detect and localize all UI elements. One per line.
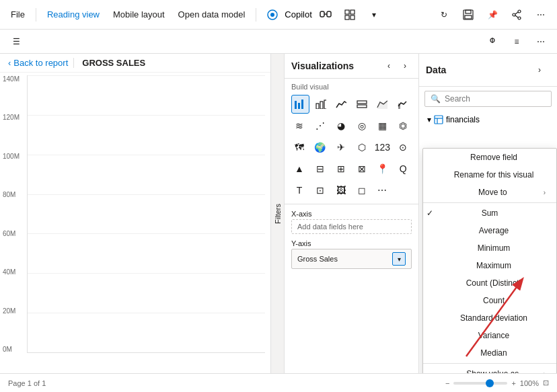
svg-line-16 bbox=[515, 15, 518, 17]
pin2-btn[interactable] bbox=[482, 31, 503, 52]
minimum-item[interactable]: Minimum bbox=[423, 239, 556, 257]
scatter-icon-btn[interactable]: ⋰ bbox=[311, 116, 330, 135]
ellipsis-btn[interactable]: ⋯ bbox=[530, 31, 552, 52]
back-button[interactable]: ‹ Back to report bbox=[8, 58, 68, 68]
open-data-model-menu[interactable]: Open data model bbox=[173, 7, 251, 22]
line-chart-icon-btn[interactable] bbox=[332, 95, 350, 114]
back-arrow-icon: ‹ bbox=[8, 58, 11, 68]
plus-btn[interactable]: + bbox=[511, 379, 515, 387]
svg-point-13 bbox=[518, 17, 521, 19]
variance-item[interactable]: Variance bbox=[423, 327, 556, 344]
textbox-icon-btn[interactable]: T bbox=[290, 181, 309, 200]
y-axis-labels: 140M 120M 100M 80M 60M 40M 20M 0M bbox=[0, 73, 27, 353]
svg-rect-6 bbox=[350, 10, 355, 14]
remove-field-item[interactable]: Remove field bbox=[423, 149, 556, 166]
grid-btn[interactable] bbox=[339, 4, 361, 26]
image-icon-btn[interactable]: 🖼 bbox=[332, 181, 350, 200]
search-box[interactable]: 🔍 bbox=[424, 91, 552, 107]
treemap-icon-btn[interactable]: ▦ bbox=[373, 116, 392, 135]
binoculars-btn[interactable] bbox=[315, 4, 336, 26]
viz-type-row-1 bbox=[285, 93, 418, 115]
viz-expand-right-btn[interactable]: › bbox=[398, 59, 412, 73]
count-distinct-item[interactable]: Count (Distinct) bbox=[423, 274, 556, 292]
matrix-icon-btn[interactable]: ⊠ bbox=[352, 159, 371, 178]
count-item[interactable]: Count bbox=[423, 292, 556, 309]
number-icon-btn[interactable]: 123 bbox=[373, 138, 392, 157]
svg-point-1 bbox=[270, 13, 274, 17]
y-axis-field[interactable]: Gross Sales ▾ bbox=[291, 249, 412, 269]
svg-rect-24 bbox=[320, 102, 323, 109]
viz-expand-left-btn[interactable]: ‹ bbox=[382, 59, 396, 73]
refresh-btn[interactable]: ↻ bbox=[433, 4, 455, 26]
shape-icon-btn[interactable]: ✈ bbox=[332, 138, 350, 157]
data-tree-item-financials[interactable]: ▾ financials bbox=[424, 114, 552, 126]
button-icon-btn[interactable]: ⊡ bbox=[311, 181, 330, 200]
chevron-down-btn[interactable]: ▾ bbox=[363, 4, 385, 26]
minus-btn[interactable]: − bbox=[445, 379, 449, 387]
combo-chart-icon-btn[interactable] bbox=[394, 95, 412, 114]
svg-rect-20 bbox=[298, 103, 300, 109]
share-btn[interactable] bbox=[506, 4, 527, 26]
gauge-icon-btn[interactable]: ⊙ bbox=[394, 138, 412, 157]
stddev-item[interactable]: Standard deviation bbox=[423, 309, 556, 327]
pin-btn[interactable]: 📌 bbox=[482, 4, 503, 26]
waterfall-icon-btn[interactable]: ≋ bbox=[290, 116, 309, 135]
x-axis-field-box[interactable]: Add data fields here bbox=[291, 219, 412, 234]
stacked-bar-icon-btn[interactable] bbox=[353, 95, 371, 114]
filled-map-icon-btn[interactable]: 🌍 bbox=[311, 138, 330, 157]
remove-field-label: Remove field bbox=[470, 153, 517, 162]
y-axis-dropdown-btn[interactable]: ▾ bbox=[392, 252, 406, 266]
median-item[interactable]: Median bbox=[423, 344, 556, 362]
show-value-label: Show value as bbox=[466, 369, 519, 373]
file-menu[interactable]: File bbox=[5, 7, 30, 22]
mobile-layout-menu[interactable]: Mobile layout bbox=[108, 7, 170, 22]
reading-view-menu[interactable]: Reading view bbox=[42, 7, 105, 22]
hamburger-icon[interactable]: ☰ bbox=[5, 31, 27, 52]
average-item[interactable]: Average bbox=[423, 222, 556, 239]
show-value-as-item[interactable]: Show value as › bbox=[423, 365, 556, 373]
rename-visual-item[interactable]: Rename for this visual bbox=[423, 166, 556, 184]
data-panel-expand-btn[interactable]: › bbox=[529, 59, 550, 81]
sum-item[interactable]: ✓ Sum bbox=[423, 204, 556, 222]
funnel-icon-btn[interactable]: ⏣ bbox=[394, 116, 412, 135]
stddev-label: Standard deviation bbox=[460, 313, 527, 323]
menu-divider-1 bbox=[423, 202, 556, 203]
svg-rect-19 bbox=[295, 101, 297, 109]
search-input[interactable] bbox=[445, 94, 546, 104]
grid-line-0 bbox=[28, 75, 265, 76]
move-to-item[interactable]: Move to › bbox=[423, 184, 556, 201]
x-axis-label: X-axis bbox=[291, 210, 412, 218]
azuremaps-icon-btn[interactable]: ⬡ bbox=[352, 138, 371, 157]
zoom-slider[interactable] bbox=[453, 382, 507, 385]
maximum-item[interactable]: Maximum bbox=[423, 257, 556, 274]
filters-label: Filters bbox=[274, 204, 282, 224]
y-axis-label: Y-axis bbox=[291, 239, 412, 247]
table-icon-btn[interactable]: ⊞ bbox=[332, 159, 350, 178]
filters-tab[interactable]: Filters bbox=[271, 54, 285, 373]
copilot-label: Copilot bbox=[285, 9, 311, 19]
bar-chart-icon-btn[interactable] bbox=[291, 95, 309, 114]
svg-rect-21 bbox=[301, 100, 303, 109]
build-visual-label: Build visual bbox=[285, 79, 418, 93]
shape2-icon-btn[interactable]: ◻ bbox=[352, 181, 371, 200]
pie-icon-btn[interactable]: ◕ bbox=[332, 116, 350, 135]
more-btn[interactable]: ⋯ bbox=[530, 4, 552, 26]
qna-icon-btn[interactable]: Q bbox=[394, 159, 412, 178]
donut-icon-btn[interactable]: ◎ bbox=[352, 116, 371, 135]
back-label: Back to report bbox=[13, 58, 68, 68]
zoom-thumb bbox=[486, 379, 494, 387]
kpi-icon-btn[interactable]: ▲ bbox=[290, 159, 309, 178]
save-btn[interactable] bbox=[457, 4, 479, 26]
column-chart-icon-btn[interactable] bbox=[312, 95, 330, 114]
geo-icon-btn[interactable]: 📍 bbox=[373, 159, 392, 178]
viz-panel-header: Visualizations ‹ › bbox=[285, 54, 418, 79]
slicer-icon-btn[interactable]: ⊟ bbox=[311, 159, 330, 178]
copilot-icon-btn[interactable] bbox=[262, 4, 283, 26]
map-icon-btn[interactable]: 🗺 bbox=[290, 138, 309, 157]
area-chart-icon-btn[interactable] bbox=[373, 95, 391, 114]
menu-sep-1 bbox=[36, 8, 36, 22]
y-axis-section: Y-axis Gross Sales ▾ bbox=[285, 237, 418, 272]
fit-icon[interactable]: ⊡ bbox=[543, 379, 549, 387]
filter2-btn[interactable]: ≡ bbox=[506, 31, 527, 52]
more-icon-btn[interactable]: ⋯ bbox=[373, 181, 392, 200]
